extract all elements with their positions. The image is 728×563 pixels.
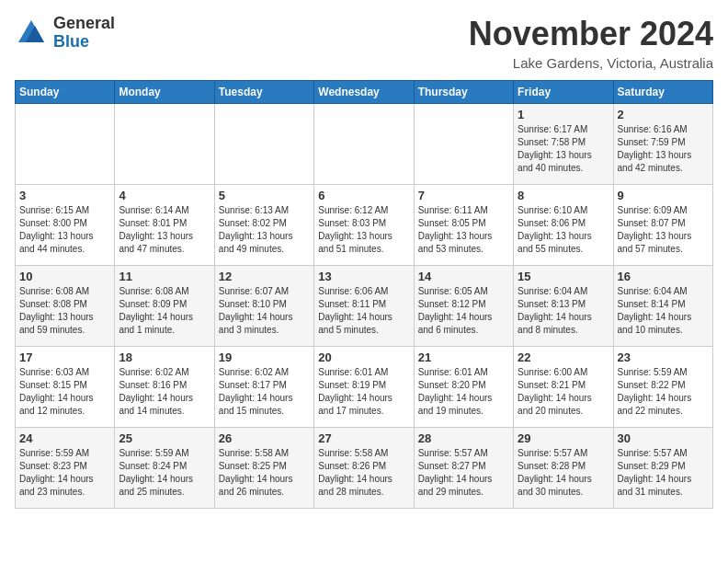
calendar-cell: 20Sunrise: 6:01 AM Sunset: 8:19 PM Dayli…	[314, 347, 414, 428]
day-info: Sunrise: 6:14 AM Sunset: 8:01 PM Dayligh…	[119, 204, 210, 256]
calendar-cell: 28Sunrise: 5:57 AM Sunset: 8:27 PM Dayli…	[414, 428, 513, 509]
calendar-cell: 27Sunrise: 5:58 AM Sunset: 8:26 PM Dayli…	[314, 428, 414, 509]
day-info: Sunrise: 6:06 AM Sunset: 8:11 PM Dayligh…	[318, 285, 409, 337]
calendar-cell: 3Sunrise: 6:15 AM Sunset: 8:00 PM Daylig…	[16, 185, 115, 266]
weekday-header: Friday	[514, 81, 613, 104]
title-block: November 2024 Lake Gardens, Victoria, Au…	[469, 15, 713, 71]
day-info: Sunrise: 6:13 AM Sunset: 8:02 PM Dayligh…	[219, 204, 310, 256]
day-number: 16	[618, 270, 709, 283]
calendar-cell: 5Sunrise: 6:13 AM Sunset: 8:02 PM Daylig…	[214, 185, 313, 266]
day-info: Sunrise: 6:00 AM Sunset: 8:21 PM Dayligh…	[518, 366, 609, 418]
day-info: Sunrise: 5:59 AM Sunset: 8:22 PM Dayligh…	[618, 366, 709, 418]
day-info: Sunrise: 6:09 AM Sunset: 8:07 PM Dayligh…	[618, 204, 709, 256]
calendar-cell: 18Sunrise: 6:02 AM Sunset: 8:16 PM Dayli…	[115, 347, 214, 428]
calendar-cell: 2Sunrise: 6:16 AM Sunset: 7:59 PM Daylig…	[613, 104, 712, 185]
day-number: 10	[19, 270, 110, 283]
day-number: 3	[19, 189, 110, 202]
day-number: 30	[618, 431, 709, 445]
day-number: 23	[618, 350, 709, 364]
calendar-cell: 1Sunrise: 6:17 AM Sunset: 7:58 PM Daylig…	[514, 104, 613, 185]
location: Lake Gardens, Victoria, Australia	[469, 55, 713, 71]
day-number: 5	[219, 189, 310, 202]
calendar-cell: 23Sunrise: 5:59 AM Sunset: 8:22 PM Dayli…	[613, 347, 712, 428]
day-number: 22	[518, 350, 609, 364]
day-info: Sunrise: 6:08 AM Sunset: 8:09 PM Dayligh…	[119, 285, 210, 337]
day-info: Sunrise: 6:16 AM Sunset: 7:59 PM Dayligh…	[618, 123, 709, 175]
calendar-cell: 24Sunrise: 5:59 AM Sunset: 8:23 PM Dayli…	[16, 428, 115, 509]
weekday-header: Saturday	[613, 81, 712, 104]
calendar-body: 1Sunrise: 6:17 AM Sunset: 7:58 PM Daylig…	[16, 104, 713, 509]
calendar-cell	[214, 104, 313, 185]
day-info: Sunrise: 5:59 AM Sunset: 8:23 PM Dayligh…	[19, 447, 110, 499]
day-info: Sunrise: 6:04 AM Sunset: 8:14 PM Dayligh…	[618, 285, 709, 337]
day-number: 7	[418, 189, 509, 202]
day-info: Sunrise: 6:02 AM Sunset: 8:16 PM Dayligh…	[119, 366, 210, 418]
day-number: 21	[418, 350, 509, 364]
day-number: 12	[219, 270, 310, 283]
day-info: Sunrise: 6:01 AM Sunset: 8:20 PM Dayligh…	[418, 366, 509, 418]
weekday-row: SundayMondayTuesdayWednesdayThursdayFrid…	[16, 81, 713, 104]
calendar-cell: 14Sunrise: 6:05 AM Sunset: 8:12 PM Dayli…	[414, 266, 513, 347]
day-number: 4	[119, 189, 210, 202]
day-number: 6	[318, 189, 409, 202]
weekday-header: Thursday	[414, 81, 513, 104]
day-number: 28	[418, 431, 509, 445]
weekday-header: Wednesday	[314, 81, 414, 104]
calendar-week-row: 10Sunrise: 6:08 AM Sunset: 8:08 PM Dayli…	[16, 266, 713, 347]
calendar-cell: 29Sunrise: 5:57 AM Sunset: 8:28 PM Dayli…	[514, 428, 613, 509]
calendar-header: SundayMondayTuesdayWednesdayThursdayFrid…	[16, 81, 713, 104]
calendar-cell: 22Sunrise: 6:00 AM Sunset: 8:21 PM Dayli…	[514, 347, 613, 428]
day-number: 8	[518, 189, 609, 202]
day-number: 24	[19, 431, 110, 445]
calendar-week-row: 24Sunrise: 5:59 AM Sunset: 8:23 PM Dayli…	[16, 428, 713, 509]
calendar-cell: 8Sunrise: 6:10 AM Sunset: 8:06 PM Daylig…	[514, 185, 613, 266]
day-info: Sunrise: 6:15 AM Sunset: 8:00 PM Dayligh…	[19, 204, 110, 256]
day-number: 19	[219, 350, 310, 364]
day-info: Sunrise: 6:08 AM Sunset: 8:08 PM Dayligh…	[19, 285, 110, 337]
day-number: 20	[318, 350, 409, 364]
day-info: Sunrise: 5:58 AM Sunset: 8:26 PM Dayligh…	[318, 447, 409, 499]
calendar-cell: 6Sunrise: 6:12 AM Sunset: 8:03 PM Daylig…	[314, 185, 414, 266]
day-info: Sunrise: 5:59 AM Sunset: 8:24 PM Dayligh…	[119, 447, 210, 499]
calendar-table: SundayMondayTuesdayWednesdayThursdayFrid…	[15, 80, 713, 509]
calendar-cell: 21Sunrise: 6:01 AM Sunset: 8:20 PM Dayli…	[414, 347, 513, 428]
day-info: Sunrise: 6:12 AM Sunset: 8:03 PM Dayligh…	[318, 204, 409, 256]
calendar-cell: 30Sunrise: 5:57 AM Sunset: 8:29 PM Dayli…	[613, 428, 712, 509]
day-number: 2	[618, 108, 709, 121]
day-info: Sunrise: 6:11 AM Sunset: 8:05 PM Dayligh…	[418, 204, 509, 256]
calendar-cell: 17Sunrise: 6:03 AM Sunset: 8:15 PM Dayli…	[16, 347, 115, 428]
calendar-cell: 7Sunrise: 6:11 AM Sunset: 8:05 PM Daylig…	[414, 185, 513, 266]
calendar-cell: 26Sunrise: 5:58 AM Sunset: 8:25 PM Dayli…	[214, 428, 313, 509]
logo: General Blue	[15, 15, 115, 52]
day-number: 14	[418, 270, 509, 283]
calendar-week-row: 17Sunrise: 6:03 AM Sunset: 8:15 PM Dayli…	[16, 347, 713, 428]
calendar-cell: 9Sunrise: 6:09 AM Sunset: 8:07 PM Daylig…	[613, 185, 712, 266]
logo-icon	[15, 17, 48, 50]
day-info: Sunrise: 5:57 AM Sunset: 8:27 PM Dayligh…	[418, 447, 509, 499]
calendar-cell: 11Sunrise: 6:08 AM Sunset: 8:09 PM Dayli…	[115, 266, 214, 347]
weekday-header: Tuesday	[214, 81, 313, 104]
day-number: 25	[119, 431, 210, 445]
day-number: 29	[518, 431, 609, 445]
page-header: General Blue November 2024 Lake Gardens,…	[15, 15, 713, 71]
calendar-cell: 25Sunrise: 5:59 AM Sunset: 8:24 PM Dayli…	[115, 428, 214, 509]
calendar-cell	[16, 104, 115, 185]
day-number: 11	[119, 270, 210, 283]
calendar-cell	[314, 104, 414, 185]
day-number: 17	[19, 350, 110, 364]
day-info: Sunrise: 5:57 AM Sunset: 8:29 PM Dayligh…	[618, 447, 709, 499]
calendar-cell: 16Sunrise: 6:04 AM Sunset: 8:14 PM Dayli…	[613, 266, 712, 347]
day-info: Sunrise: 6:10 AM Sunset: 8:06 PM Dayligh…	[518, 204, 609, 256]
logo-text: General Blue	[53, 15, 115, 52]
day-info: Sunrise: 6:02 AM Sunset: 8:17 PM Dayligh…	[219, 366, 310, 418]
day-info: Sunrise: 6:07 AM Sunset: 8:10 PM Dayligh…	[219, 285, 310, 337]
day-number: 9	[618, 189, 709, 202]
day-info: Sunrise: 6:05 AM Sunset: 8:12 PM Dayligh…	[418, 285, 509, 337]
day-info: Sunrise: 5:57 AM Sunset: 8:28 PM Dayligh…	[518, 447, 609, 499]
day-number: 27	[318, 431, 409, 445]
day-number: 18	[119, 350, 210, 364]
calendar-cell: 10Sunrise: 6:08 AM Sunset: 8:08 PM Dayli…	[16, 266, 115, 347]
day-info: Sunrise: 6:01 AM Sunset: 8:19 PM Dayligh…	[318, 366, 409, 418]
calendar-cell: 4Sunrise: 6:14 AM Sunset: 8:01 PM Daylig…	[115, 185, 214, 266]
calendar-cell: 15Sunrise: 6:04 AM Sunset: 8:13 PM Dayli…	[514, 266, 613, 347]
